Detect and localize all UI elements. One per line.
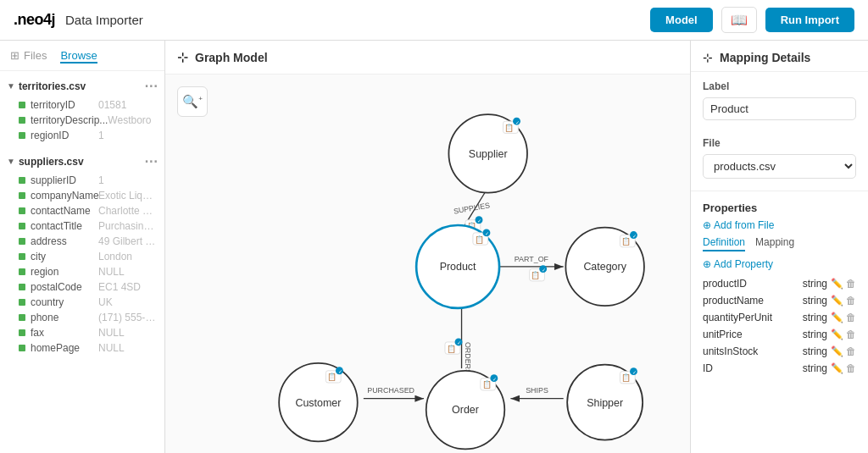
list-item: cityLondon [0,249,164,264]
dot-icon [19,102,25,108]
search-icon: 🔍+ [182,94,203,109]
edit-icon[interactable]: ✏️ [831,329,843,340]
search-button[interactable]: 🔍+ [177,86,208,117]
dot-icon [19,207,25,214]
svg-text:Order: Order [452,405,479,417]
right-panel: ⊹ Mapping Details Label File products.cs… [690,41,868,453]
dot-icon [19,223,25,229]
book-button[interactable]: 📖 [721,7,757,33]
svg-text:Category: Category [583,261,626,273]
topbar: .neo4j Data Importer Model 📖 Run Import [0,0,868,41]
topbar-right: Model 📖 Run Import [650,7,854,33]
left-panel: ⊞ Files Browse ▼ territories.csv ⋯ [0,41,165,453]
main-layout: ⊞ Files Browse ▼ territories.csv ⋯ [0,41,868,453]
dot-icon [19,314,25,321]
svg-text:✓: ✓ [542,267,546,273]
list-item: regionID 1 [0,128,164,143]
run-import-button[interactable]: Run Import [765,8,854,32]
file-group-territories: ▼ territories.csv ⋯ territoryID 01581 te… [0,71,164,146]
svg-text:✓: ✓ [485,230,489,236]
file-group-suppliers: ▼ suppliers.csv ⋯ supplierID1 companyNam… [0,146,164,359]
model-button[interactable]: Model [650,8,713,32]
file-name-suppliers: suppliers.csv [19,156,84,168]
file-header-territories[interactable]: ▼ territories.csv ⋯ [0,75,164,97]
file-name-territories: territories.csv [19,80,86,92]
center-panel: ⊹ Graph Model 🔍+ SUPPLIES [165,41,690,453]
properties-section: Properties ⊕ Add from File Definition Ma… [691,195,868,384]
divider [691,191,868,191]
delete-icon[interactable]: 🗑 [846,295,856,307]
delete-icon[interactable]: 🗑 [846,362,856,374]
prop-row-productName: productName string ✏️ 🗑 [703,292,856,309]
chevron-icon: ▼ [7,81,15,91]
svg-text:PART_OF: PART_OF [515,255,549,263]
prop-row-quantityPerUnit: quantityPerUnit string ✏️ 🗑 [703,309,856,326]
mapping-details-header: ⊹ Mapping Details [691,41,868,72]
logo: .neo4j [14,11,55,29]
add-from-file-link[interactable]: ⊕ Add from File [703,219,856,231]
list-item: postalCodeEC1 4SD [0,279,164,295]
graph-model-icon: ⊹ [177,49,188,65]
delete-icon[interactable]: 🗑 [846,329,856,340]
add-property-link[interactable]: ⊕ Add Property [703,258,856,270]
list-item: territoryID 01581 [0,97,164,113]
dot-icon [19,268,25,275]
svg-text:📋: 📋 [475,235,485,245]
plus-icon: ⊕ [703,219,711,231]
list-item: regionNULL [0,264,164,279]
svg-text:📋: 📋 [447,344,457,354]
delete-icon[interactable]: 🗑 [846,278,856,290]
file-field-label: File [703,137,856,149]
plus-icon-prop: ⊕ [703,258,711,270]
mapping-tab[interactable]: Mapping [755,236,794,251]
files-icon: ⊞ [10,49,19,62]
dot-icon [19,117,25,124]
svg-text:Shipper: Shipper [587,397,623,409]
svg-text:📋: 📋 [482,379,492,389]
label-input[interactable] [703,97,856,120]
file-list: ▼ territories.csv ⋯ territoryID 01581 te… [0,71,164,453]
edit-icon[interactable]: ✏️ [831,295,843,307]
svg-text:PURCHASED: PURCHASED [367,386,415,395]
list-item: countryUK [0,295,164,310]
graph-area[interactable]: 🔍+ SUPPLIES 📋 ✓ [165,75,690,451]
file-select[interactable]: products.csv [703,154,856,179]
book-icon: 📖 [731,13,748,27]
more-icon-suppliers[interactable]: ⋯ [144,153,158,169]
dot-icon [19,192,25,199]
edit-icon[interactable]: ✏️ [831,278,843,290]
edit-icon[interactable]: ✏️ [831,345,843,357]
edit-icon[interactable]: ✏️ [831,312,843,323]
edit-icon[interactable]: ✏️ [831,362,843,374]
more-icon-territories[interactable]: ⋯ [144,78,158,94]
svg-text:📋: 📋 [327,372,337,382]
prop-row-ID: ID string ✏️ 🗑 [703,360,856,377]
svg-text:Supplier: Supplier [469,148,508,160]
dot-icon [19,238,25,245]
label-section: Label [691,72,868,129]
svg-text:📋: 📋 [531,270,541,280]
file-header-suppliers[interactable]: ▼ suppliers.csv ⋯ [0,150,164,173]
tab-files[interactable]: ⊞ Files [10,47,47,64]
definition-tab[interactable]: Definition [703,236,745,251]
prop-row-unitsInStock: unitsInStock string ✏️ 🗑 [703,343,856,360]
tab-browse[interactable]: Browse [60,47,97,64]
chevron-icon: ▼ [7,157,15,166]
svg-text:📋: 📋 [504,123,515,133]
svg-text:SHIPS: SHIPS [526,386,548,395]
dot-icon [19,329,25,336]
graph-svg: SUPPLIES 📋 ✓ PART_OF 📋 ✓ ORDERS [165,75,690,451]
delete-icon[interactable]: 🗑 [846,312,856,323]
mapping-icon: ⊹ [703,51,713,64]
file-section: File products.csv [691,129,868,187]
svg-text:✓: ✓ [515,119,520,125]
topbar-left: .neo4j Data Importer [14,11,143,29]
delete-icon[interactable]: 🗑 [846,345,856,357]
list-item: address49 Gilbert St. [0,234,164,249]
graph-model-title: Graph Model [195,51,268,64]
list-item: contactTitlePurchasing Ma... [0,218,164,234]
svg-text:✓: ✓ [457,340,461,346]
label-field-label: Label [703,80,856,92]
list-item: territoryDescrip... Westboro [0,113,164,128]
prop-row-productID: productID string ✏️ 🗑 [703,275,856,292]
